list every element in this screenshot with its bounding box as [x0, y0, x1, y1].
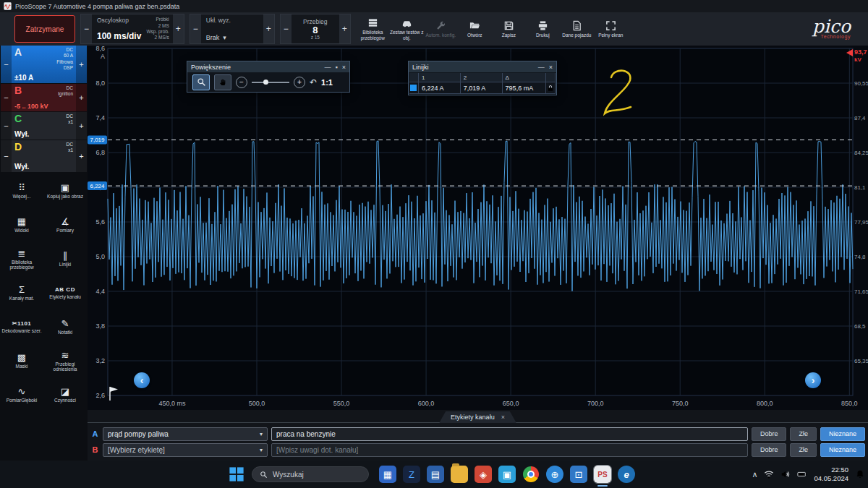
trigger-mode-select[interactable]: Brak ▾ [206, 34, 258, 41]
zoom-out-button[interactable]: − [236, 77, 247, 88]
file-explorer-icon[interactable] [451, 466, 468, 483]
chrome-icon[interactable] [522, 466, 540, 483]
notifications-icon[interactable] [855, 469, 865, 479]
more-button[interactable]: ⠿Więcej... [0, 174, 43, 208]
waveform-library-button[interactable]: ≣Biblioteka przebiegów [0, 242, 43, 276]
note-input-a[interactable] [271, 427, 748, 441]
rulers-window-titlebar[interactable]: Linijki — × [409, 61, 556, 72]
channel-c-panel[interactable]: − C DCx1 Wył. + [1, 112, 87, 140]
deepmeasure-button[interactable]: ∿PomiarGłęboki [0, 378, 43, 412]
good-button-b[interactable]: Dobre [752, 443, 787, 457]
wifi-icon[interactable] [764, 469, 774, 479]
unknown-button-a[interactable]: Nieznane [820, 427, 865, 441]
tab-close-icon[interactable]: × [501, 414, 505, 421]
channel-b-panel[interactable]: − B DCIgnition -5 .. 100 kV + [1, 84, 87, 111]
minimize-icon[interactable]: — [325, 64, 331, 71]
label-select-b[interactable]: [Wybierz etykietę] ▾ [103, 443, 268, 457]
channel-a-range-increase-button[interactable]: + [76, 46, 87, 83]
channel-b-range-decrease-button[interactable]: − [1, 84, 12, 111]
zoom-window[interactable]: Powiększenie — ▪ × [187, 61, 350, 93]
print-button[interactable]: Drukuj [526, 14, 560, 44]
guided-tests-button[interactable]: Zestaw testów z obj. [390, 14, 424, 44]
channel-a-range-decrease-button[interactable]: − [1, 46, 12, 83]
maximize-icon[interactable]: ▪ [336, 64, 338, 71]
channel-d-panel[interactable]: − D DCx1 Wył. + [1, 140, 87, 172]
vehicle-data-button[interactable]: Dane pojazdu [560, 14, 594, 44]
copy-as-image-button[interactable]: ▣Kopiuj jako obraz [43, 174, 87, 208]
scope-view[interactable]: 8,68,07,46,86,25,65,04,43,83,22,6A450,0 … [88, 46, 868, 410]
trigger-decrease-button[interactable]: − [190, 14, 201, 43]
zoom-ratio-button[interactable]: 1:1 [321, 78, 333, 87]
app-tiles-icon[interactable]: ▤ [427, 466, 444, 483]
picoscope-icon[interactable]: PS [594, 466, 611, 483]
stop-button[interactable]: Zatrzymane [14, 15, 75, 43]
views-button[interactable]: ▦Widoki [0, 208, 43, 242]
scope-plot[interactable]: 8,68,07,46,86,25,65,04,43,83,22,6A450,0 … [88, 46, 868, 410]
display-icon[interactable]: ⊡ [570, 466, 587, 483]
unknown-button-b[interactable]: Nieznane [820, 443, 865, 457]
rulers-button[interactable]: ∥Linijki [43, 242, 87, 276]
app-z-icon[interactable]: Z [403, 466, 420, 483]
math-channels-button[interactable]: ΣKanały mat. [0, 276, 43, 310]
channel-a-panel[interactable]: − A DC60 A FiltrowaDSP ±10 A + [1, 46, 87, 83]
close-icon[interactable]: × [549, 64, 553, 71]
zoom-tool-button[interactable] [192, 74, 210, 90]
measurements-button[interactable]: ∡Pomiary [43, 208, 87, 242]
undo-zoom-icon[interactable]: ↶ [310, 77, 317, 87]
tab-channel-labels[interactable]: Etykiety kanału × [439, 411, 516, 423]
waveform-library-button[interactable]: Biblioteka przebiegów [356, 14, 390, 44]
timebase-value[interactable]: 100 ms/div [97, 31, 141, 41]
channel-d-range-decrease-button[interactable]: − [1, 140, 12, 172]
tray-chevron-icon[interactable]: ∧ [752, 470, 757, 479]
svg-text:68,5: 68,5 [854, 323, 866, 330]
actions-button[interactable]: ◪Czynności [43, 378, 87, 412]
sweep-next-button[interactable]: + [339, 14, 350, 43]
channel-d-range-increase-button[interactable]: + [76, 140, 87, 172]
volume-icon[interactable] [780, 469, 791, 479]
taskbar-clock[interactable]: 22:50 04.05.2024 [814, 466, 848, 484]
globe-icon[interactable]: ⊕ [546, 466, 563, 483]
channel-c-range-decrease-button[interactable]: − [1, 112, 12, 140]
channel-labels-button[interactable]: AB CDEtykiety kanału [43, 276, 87, 310]
masks-button[interactable]: ▩Maski [0, 344, 43, 378]
zoom-in-button[interactable]: + [294, 77, 305, 88]
save-button[interactable]: Zapisz [492, 14, 526, 44]
zoom-window-titlebar[interactable]: Powiększenie — ▪ × [187, 61, 349, 72]
serial-decoding-button[interactable]: ✂1101Dekodowanie szer. [0, 310, 43, 344]
taskbar-search[interactable]: Wyszukaj [252, 466, 369, 482]
rulers-window[interactable]: Linijki — × 1 2 Δ 6,224 A 7,019 A [408, 61, 557, 95]
app-blue-grid-icon[interactable]: ▦ [379, 466, 396, 483]
trigger-increase-button[interactable]: + [263, 14, 274, 43]
auto-setup-button[interactable]: Autom. konfig. [424, 14, 458, 44]
edge-icon[interactable]: e [618, 466, 635, 483]
timebase-decrease-button[interactable]: − [81, 14, 92, 43]
close-icon[interactable]: × [342, 64, 346, 71]
minimize-icon[interactable]: — [538, 64, 545, 71]
zoom-slider[interactable] [252, 82, 289, 83]
channel-a-swatch[interactable] [410, 85, 417, 91]
pan-tool-button[interactable] [214, 74, 231, 90]
note-input-b[interactable] [271, 443, 748, 457]
lock-icon[interactable] [547, 85, 554, 92]
library-icon [367, 17, 378, 28]
svg-text:65,35: 65,35 [854, 358, 868, 364]
notes-button[interactable]: ✎Notatki [43, 310, 87, 344]
sweep-previous-button[interactable]: − [281, 14, 292, 43]
fullscreen-button[interactable]: Pełny ekran [594, 14, 628, 44]
label-select-a[interactable]: prąd pompy paliwa ▾ [103, 427, 268, 441]
app-red-icon[interactable]: ◈ [475, 466, 492, 483]
reference-waveforms-button[interactable]: ≋Przebiegi odniesienia [43, 344, 87, 378]
timebase-increase-button[interactable]: + [173, 14, 184, 43]
open-button[interactable]: Otwórz [458, 14, 492, 44]
bad-button-a[interactable]: Złe [790, 427, 817, 441]
start-button[interactable] [229, 466, 244, 482]
bad-button-b[interactable]: Złe [790, 443, 817, 457]
good-button-a[interactable]: Dobre [752, 427, 787, 441]
scroll-left-button[interactable]: ‹ [134, 372, 150, 388]
channel-c-range-increase-button[interactable]: + [76, 112, 87, 140]
channel-b-range-increase-button[interactable]: + [76, 84, 87, 111]
scroll-right-button[interactable]: › [805, 372, 821, 388]
app-media-icon[interactable]: ▣ [498, 466, 516, 483]
battery-icon[interactable] [797, 469, 807, 479]
zoom-slider-knob[interactable] [263, 80, 268, 85]
